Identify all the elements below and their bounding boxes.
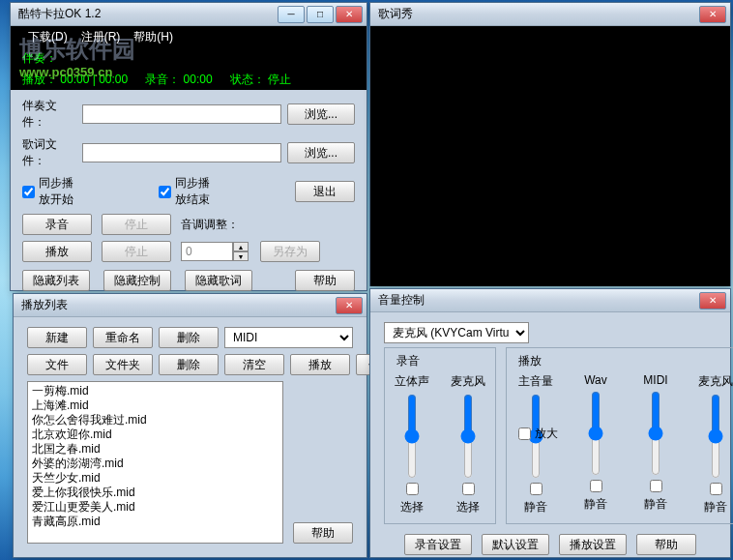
rename-button[interactable]: 重命名	[93, 327, 153, 348]
banzou-status: 伴奏：	[11, 47, 366, 69]
folder-button[interactable]: 文件夹	[93, 354, 153, 375]
volume-title: 音量控制	[374, 292, 699, 309]
list-item[interactable]: 北国之春.mid	[32, 442, 279, 457]
default-settings-button[interactable]: 默认设置	[482, 534, 549, 555]
play-group-title: 播放	[514, 353, 545, 369]
list-item[interactable]: 爱江山更爱美人.mid	[32, 500, 279, 515]
browse-banzou-button[interactable]: 浏览...	[287, 103, 355, 125]
hide-lyric-button[interactable]: 隐藏歌词	[185, 270, 252, 291]
master-mute-checkbox[interactable]	[530, 483, 542, 495]
amplify-checkbox[interactable]: 放大	[518, 426, 558, 442]
record-stop-button[interactable]: 停止	[102, 214, 171, 235]
rec-settings-button[interactable]: 录音设置	[404, 534, 472, 555]
playlist-titlebar: 播放列表 ✕	[14, 294, 366, 317]
close-button[interactable]: ✕	[336, 6, 363, 23]
list-item[interactable]: 上海滩.mid	[32, 398, 279, 413]
delete-item-button[interactable]: 删除	[159, 354, 219, 375]
play-button[interactable]: 播放	[22, 241, 92, 262]
list-item[interactable]: 外婆的澎湖湾.mid	[32, 457, 279, 471]
main-help-button[interactable]: 帮助	[295, 270, 355, 291]
playlist-help-button[interactable]: 帮助	[293, 522, 353, 544]
list-item[interactable]: 天竺少女.mid	[32, 471, 279, 486]
main-titlebar: 酷特卡拉OK 1.2 ─ □ ✕	[11, 3, 366, 26]
lyrics-window: 歌词秀 ✕	[369, 2, 731, 286]
hide-ctrl-button[interactable]: 隐藏控制	[103, 270, 171, 291]
menu-register[interactable]: 注册(R)	[81, 29, 121, 45]
play-mic-slider[interactable]	[706, 394, 725, 479]
list-item[interactable]: 一剪梅.mid	[32, 384, 279, 398]
device-select[interactable]: 麦克风 (KVYCam Virtual	[384, 322, 529, 343]
playlist-play-button[interactable]: 播放	[290, 354, 350, 375]
volume-close-button[interactable]: ✕	[699, 292, 726, 309]
browse-lyric-button[interactable]: 浏览...	[287, 142, 355, 163]
lyric-file-input[interactable]	[82, 143, 281, 162]
midi-label: MIDI	[643, 373, 667, 387]
list-item[interactable]: 北京欢迎你.mid	[32, 427, 279, 442]
pitch-label: 音调调整：	[181, 217, 355, 233]
play-mic-mute-checkbox[interactable]	[710, 483, 722, 495]
saveas-button[interactable]: 另存为	[260, 241, 320, 262]
stereo-select-checkbox[interactable]	[406, 483, 419, 495]
maximize-button[interactable]: □	[307, 6, 334, 23]
stereo-slider[interactable]	[402, 394, 422, 479]
list-item[interactable]: 爱上你我很快乐.mid	[32, 486, 279, 500]
wav-label: Wav	[584, 373, 607, 387]
wav-mute-checkbox[interactable]	[590, 480, 602, 492]
menu-help[interactable]: 帮助(H)	[133, 29, 173, 45]
playlist-window: 播放列表 ✕ 新建 重命名 删除 MIDI 文件 文件夹 删除 清空 播放 在线…	[13, 293, 367, 558]
clear-button[interactable]: 清空	[224, 354, 284, 375]
volume-titlebar: 音量控制 ✕	[370, 289, 730, 312]
wav-slider[interactable]	[586, 391, 605, 476]
lyrics-display	[370, 26, 730, 286]
list-item[interactable]: 青藏高原.mid	[32, 515, 279, 529]
lyric-file-label: 歌词文件：	[22, 136, 76, 169]
midi-mute-checkbox[interactable]	[650, 480, 662, 492]
main-title: 酷特卡拉OK 1.2	[15, 6, 278, 22]
menu-download[interactable]: 下载(D)	[28, 29, 68, 45]
volume-window: 音量控制 ✕ 麦克风 (KVYCam Virtual 录音 立体声 选择 麦克风	[369, 288, 731, 558]
menubar: 下载(D) 注册(R) 帮助(H)	[11, 26, 366, 47]
playlist-listbox[interactable]: 一剪梅.mid上海滩.mid你怎么舍得我难过.mid北京欢迎你.mid北国之春.…	[27, 381, 283, 544]
play-settings-button[interactable]: 播放设置	[559, 534, 627, 555]
lyrics-close-button[interactable]: ✕	[699, 6, 726, 23]
delete-list-button[interactable]: 删除	[159, 327, 219, 348]
play-mic-label: 麦克风	[698, 373, 733, 390]
format-select[interactable]: MIDI	[224, 327, 353, 348]
main-window: 酷特卡拉OK 1.2 ─ □ ✕ 下载(D) 注册(R) 帮助(H) 伴奏： 播…	[10, 2, 367, 291]
pitch-stepper[interactable]: ▲▼	[181, 242, 249, 261]
play-stop-button[interactable]: 停止	[102, 241, 171, 262]
file-button[interactable]: 文件	[27, 354, 87, 375]
lyrics-titlebar: 歌词秀 ✕	[370, 3, 730, 26]
banzou-file-label: 伴奏文件：	[22, 98, 76, 131]
volume-help-button[interactable]: 帮助	[636, 534, 696, 555]
rec-mic-select-checkbox[interactable]	[462, 483, 475, 495]
exit-button[interactable]: 退出	[295, 181, 355, 202]
rec-mic-slider[interactable]	[458, 394, 478, 479]
playlist-close-button[interactable]: ✕	[336, 297, 363, 314]
banzou-file-input[interactable]	[82, 104, 281, 124]
hide-list-button[interactable]: 隐藏列表	[22, 270, 90, 291]
midi-slider[interactable]	[646, 391, 665, 476]
list-item[interactable]: 你怎么舍得我难过.mid	[32, 413, 279, 427]
new-button[interactable]: 新建	[27, 327, 87, 348]
play-status: 播放： 00:00 | 00:00 录音： 00:00 状态： 停止	[11, 69, 366, 90]
sync-end-checkbox[interactable]: 同步播放结束	[159, 175, 218, 208]
playlist-title: 播放列表	[17, 297, 336, 313]
sync-start-checkbox[interactable]: 同步播放开始	[22, 175, 81, 208]
rec-mic-label: 麦克风	[451, 373, 485, 390]
master-label: 主音量	[518, 373, 553, 390]
minimize-button[interactable]: ─	[278, 6, 305, 23]
record-button[interactable]: 录音	[22, 214, 92, 235]
rec-group-title: 录音	[393, 353, 424, 369]
lyrics-title: 歌词秀	[374, 6, 699, 22]
stereo-label: 立体声	[395, 373, 429, 390]
